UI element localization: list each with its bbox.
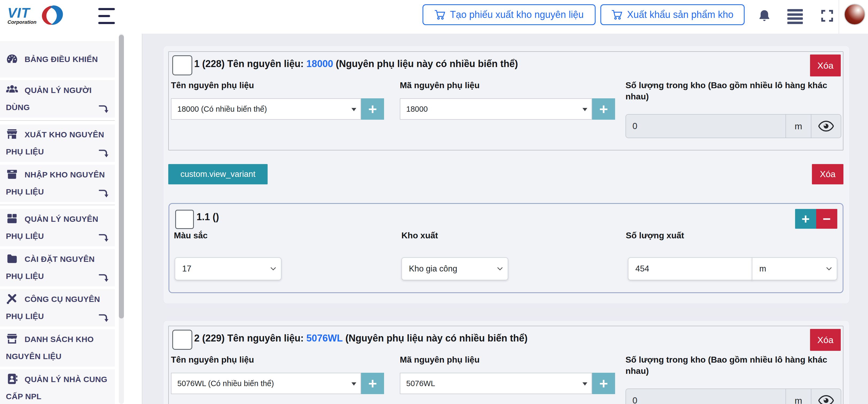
- material-name-select[interactable]: 5076WL (Có nhiều biến thể): [171, 373, 361, 394]
- material-code-label: Mã nguyên phụ liệu: [400, 80, 480, 91]
- material-name-select[interactable]: 18000 (Có nhiều biến thể): [171, 98, 361, 120]
- sidebar-item-user-management[interactable]: QUẢN LÝ NGƯỜI DÙNG: [0, 80, 115, 118]
- gauge-icon: [6, 53, 18, 65]
- add-material-name-button[interactable]: +: [361, 373, 384, 394]
- menu-list-icon[interactable]: [787, 9, 803, 24]
- view-variant-button[interactable]: custom.view_variant: [168, 164, 268, 184]
- sidebar-divider: [0, 205, 115, 205]
- stock-quantity-label: Số lượng trong kho (Bao gồm nhiều lô hàn…: [625, 80, 842, 102]
- material-name-label: Tên nguyên phụ liệu: [171, 354, 254, 365]
- vit-logo-text: VIT Corporation: [7, 6, 37, 25]
- material-card-2-header-box: 2 (229) Tên nguyên liệu:5076WL(Nguyên ph…: [168, 326, 843, 404]
- color-select-value: 17: [182, 264, 191, 273]
- submenu-arrow-icon: [98, 187, 110, 199]
- material-1-checkbox[interactable]: [172, 55, 192, 75]
- add-variant-row-button[interactable]: +: [795, 209, 816, 229]
- chevron-down-icon: [826, 267, 832, 271]
- submenu-arrow-icon: [98, 232, 110, 243]
- create-export-ticket-button[interactable]: Tạo phiếu xuất kho nguyên liệu: [423, 4, 596, 25]
- tools-icon: [6, 293, 18, 305]
- material-name-select-value: 18000 (Có nhiều biến thể): [177, 105, 267, 114]
- color-label: Màu sắc: [174, 231, 208, 240]
- view-stock-button[interactable]: [811, 389, 841, 404]
- sidebar-item-label: DANH SÁCH KHO NGUYÊN LIỆU: [6, 335, 94, 361]
- cart-icon: [435, 10, 446, 20]
- users-icon: [6, 84, 18, 96]
- material-card-1: 1 (228) Tên nguyên liệu:18000(Nguyên phụ…: [163, 46, 849, 304]
- material-2-name: 5076WL: [306, 333, 343, 344]
- material-name-label: Tên nguyên phụ liệu: [171, 80, 254, 91]
- material-1-title-left: 1 (228) Tên nguyên liệu:: [194, 58, 304, 69]
- material-2-title: 2 (229) Tên nguyên liệu:5076WL(Nguyên ph…: [194, 333, 527, 344]
- material-code-select[interactable]: 5076WL: [400, 373, 592, 394]
- eye-icon: [818, 395, 834, 404]
- sidebar-scrollbar-thumb[interactable]: [119, 35, 124, 318]
- dropdown-arrow-icon: [351, 108, 356, 111]
- stock-quantity-label: Số lượng trong kho (Bao gồm nhiều lô hàn…: [625, 354, 842, 376]
- material-card-1-header-box: 1 (228) Tên nguyên liệu:18000(Nguyên phụ…: [168, 51, 843, 150]
- variant-group-delete-button[interactable]: Xóa: [812, 164, 843, 184]
- add-material-name-button[interactable]: +: [361, 98, 384, 120]
- sidebar-item-material-settings[interactable]: CÀI ĐẶT NGUYÊN PHỤ LIỆU: [0, 249, 115, 286]
- sidebar-item-material-export[interactable]: XUẤT KHO NGUYÊN PHỤ LIỆU: [0, 124, 115, 162]
- submenu-arrow-icon: [98, 103, 110, 114]
- material-code-select[interactable]: 18000: [400, 98, 592, 120]
- export-quantity-label: Số lượng xuất: [626, 231, 684, 240]
- material-name-select-value: 5076WL (Có nhiều biến thể): [177, 379, 274, 388]
- sidebar-divider: [0, 120, 115, 121]
- sidebar-item-label: QUẢN LÝ NGUYÊN PHỤ LIỆU: [6, 214, 98, 240]
- color-select[interactable]: 17: [175, 257, 281, 280]
- boxes-icon: [6, 212, 18, 225]
- warehouse-export-page: { "colors": { "primary_blue": "#1f6bf2",…: [0, 0, 868, 404]
- material-1-delete-button[interactable]: Xóa: [810, 55, 841, 77]
- store-icon: [6, 128, 18, 140]
- variant-checkbox[interactable]: [175, 210, 194, 229]
- stock-quantity-input[interactable]: 0: [626, 389, 785, 404]
- export-warehouse-select[interactable]: Kho gia công: [401, 257, 508, 280]
- cart-icon: [612, 10, 623, 20]
- stock-quantity-input[interactable]: 0: [626, 115, 785, 138]
- material-2-title-left: 2 (229) Tên nguyên liệu:: [194, 333, 304, 344]
- stock-quantity-group: 0 m: [625, 388, 841, 404]
- submenu-arrow-icon: [98, 147, 110, 159]
- add-material-code-button[interactable]: +: [592, 98, 615, 120]
- material-card-2: 2 (229) Tên nguyên liệu:5076WL(Nguyên ph…: [163, 321, 849, 404]
- sidebar-toggle-button[interactable]: [98, 8, 116, 24]
- view-stock-button[interactable]: [811, 115, 841, 138]
- dropdown-arrow-icon: [583, 382, 587, 385]
- dropdown-arrow-icon: [351, 382, 356, 385]
- top-bar: VIT Corporation Tạo phiếu xuất kho nguyê…: [0, 0, 868, 34]
- vit-swoosh-icon: [37, 4, 66, 27]
- vit-logo[interactable]: VIT Corporation: [7, 2, 74, 29]
- sidebar-item-dashboard[interactable]: BẢNG ĐIỀU KHIỂN: [0, 41, 115, 78]
- sidebar-item-material-management[interactable]: QUẢN LÝ NGUYÊN PHỤ LIỆU: [0, 209, 115, 247]
- export-warehouse-label: Kho xuất: [401, 231, 438, 240]
- export-quantity-input[interactable]: 454: [628, 257, 752, 280]
- material-2-checkbox[interactable]: [172, 330, 192, 350]
- material-code-select-value: 5076WL: [406, 379, 435, 388]
- sidebar-menu: BẢNG ĐIỀU KHIỂN QUẢN LÝ NGƯỜI DÙNG: [0, 34, 115, 404]
- sidebar-scrollbar[interactable]: [119, 34, 124, 404]
- sidebar-item-material-tools[interactable]: CÔNG CỤ NGUYÊN PHỤ LIỆU: [0, 289, 115, 326]
- eye-icon: [818, 120, 834, 132]
- submenu-arrow-icon: [98, 312, 110, 323]
- variant-row-controls: + −: [795, 209, 837, 229]
- export-warehouse-select-value: Kho gia công: [409, 264, 457, 273]
- remove-variant-row-button[interactable]: −: [816, 209, 837, 229]
- sidebar-item-label: CÔNG CỤ NGUYÊN PHỤ LIỆU: [6, 295, 100, 321]
- export-unit-select[interactable]: m: [752, 257, 837, 280]
- export-product-label: Xuất khẩu sản phẩm kho: [627, 9, 734, 20]
- export-unit-select-value: m: [759, 264, 766, 273]
- sidebar-item-warehouse-list[interactable]: DANH SÁCH KHO NGUYÊN LIỆU: [0, 329, 115, 367]
- create-export-ticket-label: Tạo phiếu xuất kho nguyên liệu: [450, 9, 584, 20]
- user-avatar[interactable]: [844, 4, 865, 25]
- export-product-button[interactable]: Xuất khẩu sản phẩm kho: [600, 4, 745, 25]
- add-material-code-button[interactable]: +: [592, 373, 615, 394]
- chevron-down-icon: [497, 267, 503, 271]
- fullscreen-icon[interactable]: [820, 9, 834, 23]
- sidebar-item-material-import[interactable]: NHẬP KHO NGUYÊN PHỤ LIỆU: [0, 165, 115, 202]
- dropdown-arrow-icon: [583, 108, 587, 111]
- material-2-delete-button[interactable]: Xóa: [810, 329, 841, 351]
- sidebar-item-supplier-management[interactable]: QUẢN LÝ NHÀ CUNG CẤP NPL: [0, 369, 115, 404]
- notifications-bell-icon[interactable]: [757, 8, 771, 24]
